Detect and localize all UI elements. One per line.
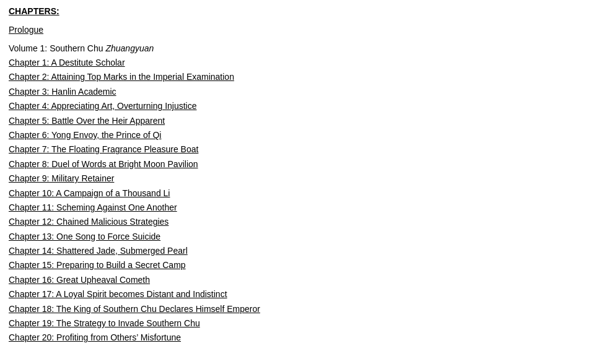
volume-title-plain: Volume 1: Southern Chu: [9, 43, 105, 53]
list-item: Chapter 9: Military Retainer: [9, 171, 582, 185]
list-item: Chapter 7: The Floating Fragrance Pleasu…: [9, 142, 582, 156]
chapter-link[interactable]: Chapter 20: Profiting from Others’ Misfo…: [9, 332, 181, 342]
list-item: Chapter 13: One Song to Force Suicide: [9, 230, 582, 243]
chapter-link[interactable]: Chapter 19: The Strategy to Invade South…: [9, 318, 200, 328]
chapter-link[interactable]: Chapter 6: Yong Envoy, the Prince of Qi: [9, 130, 161, 140]
list-item: Chapter 10: A Campaign of a Thousand Li: [9, 186, 582, 200]
chapter-link[interactable]: Chapter 13: One Song to Force Suicide: [9, 232, 160, 241]
list-item: Chapter 4: Appreciating Art, Overturning…: [9, 99, 582, 113]
volumes-container: Volume 1: Southern Chu Zhuangyuan Chapte…: [9, 43, 582, 345]
list-item: Chapter 5: Battle Over the Heir Apparent: [9, 114, 582, 128]
chapter-link[interactable]: Chapter 12: Chained Malicious Strategies: [9, 217, 169, 227]
page-heading: CHAPTERS:: [9, 6, 582, 16]
chapter-link[interactable]: Chapter 15: Preparing to Build a Secret …: [9, 260, 186, 270]
list-item: Chapter 8: Duel of Words at Bright Moon …: [9, 157, 582, 171]
chapter-link[interactable]: Chapter 16: Great Upheaval Cometh: [9, 275, 150, 285]
chapter-link[interactable]: Chapter 18: The King of Southern Chu Dec…: [9, 304, 260, 314]
list-item: Chapter 17: A Loyal Spirit becomes Dista…: [9, 287, 582, 301]
chapter-link[interactable]: Chapter 5: Battle Over the Heir Apparent: [9, 116, 165, 126]
list-item: Chapter 18: The King of Southern Chu Dec…: [9, 302, 582, 316]
list-item: Chapter 12: Chained Malicious Strategies: [9, 215, 582, 228]
chapter-link[interactable]: Chapter 3: Hanlin Academic: [9, 87, 116, 97]
chapter-link[interactable]: Chapter 11: Scheming Against One Another: [9, 202, 177, 212]
chapter-link[interactable]: Chapter 17: A Loyal Spirit becomes Dista…: [9, 289, 227, 299]
prologue-link[interactable]: Prologue: [9, 25, 582, 35]
chapter-link[interactable]: Chapter 9: Military Retainer: [9, 173, 114, 183]
list-item: Chapter 19: The Strategy to Invade South…: [9, 316, 582, 330]
chapter-link[interactable]: Chapter 14: Shattered Jade, Submerged Pe…: [9, 246, 188, 256]
chapter-link[interactable]: Chapter 10: A Campaign of a Thousand Li: [9, 188, 170, 198]
list-item: Chapter 1: A Destitute Scholar: [9, 56, 582, 69]
chapter-link[interactable]: Chapter 8: Duel of Words at Bright Moon …: [9, 159, 198, 169]
list-item: Chapter 6: Yong Envoy, the Prince of Qi: [9, 128, 582, 142]
volume-1: Volume 1: Southern Chu Zhuangyuan Chapte…: [9, 43, 582, 345]
list-item: Chapter 11: Scheming Against One Another: [9, 201, 582, 214]
chapter-link[interactable]: Chapter 4: Appreciating Art, Overturning…: [9, 101, 197, 111]
volume-title: Volume 1: Southern Chu Zhuangyuan: [9, 43, 582, 53]
volume-title-italic: Zhuangyuan: [105, 43, 154, 53]
chapter-link[interactable]: Chapter 2: Attaining Top Marks in the Im…: [9, 72, 234, 82]
list-item: Chapter 20: Profiting from Others’ Misfo…: [9, 331, 582, 344]
chapter-link[interactable]: Chapter 1: A Destitute Scholar: [9, 58, 125, 67]
list-item: Chapter 14: Shattered Jade, Submerged Pe…: [9, 244, 582, 258]
chapter-link[interactable]: Chapter 7: The Floating Fragrance Pleasu…: [9, 144, 198, 154]
list-item: Chapter 2: Attaining Top Marks in the Im…: [9, 70, 582, 84]
list-item: Chapter 3: Hanlin Academic: [9, 85, 582, 98]
chapter-list: Chapter 1: A Destitute ScholarChapter 2:…: [9, 56, 582, 345]
list-item: Chapter 16: Great Upheaval Cometh: [9, 273, 582, 287]
list-item: Chapter 15: Preparing to Build a Secret …: [9, 258, 582, 272]
